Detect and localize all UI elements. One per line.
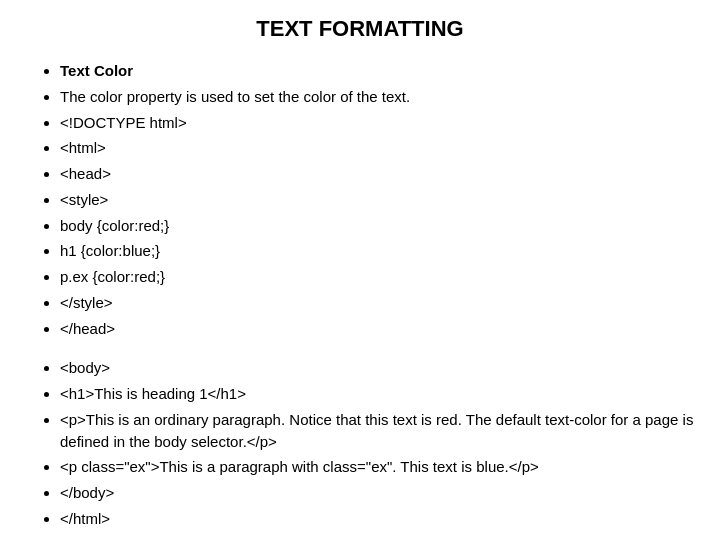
list-item: </html> — [60, 508, 700, 530]
list-item: <!DOCTYPE html> — [60, 112, 700, 134]
list-item: <h1>This is heading 1</h1> — [60, 383, 700, 405]
list-item: <style> — [60, 189, 700, 211]
page-title: TEXT FORMATTING — [20, 10, 700, 42]
list-item: p.ex {color:red;} — [60, 266, 700, 288]
list-item: <html> — [60, 137, 700, 159]
list-item: body {color:red;} — [60, 215, 700, 237]
section-1-list: Text ColorThe color property is used to … — [20, 60, 700, 339]
section-2-list: <body><h1>This is heading 1</h1><p>This … — [20, 357, 700, 529]
list-item: </body> — [60, 482, 700, 504]
list-item: Text Color — [60, 60, 700, 82]
list-item: <p>This is an ordinary paragraph. Notice… — [60, 409, 700, 453]
section-2: <body><h1>This is heading 1</h1><p>This … — [20, 357, 700, 529]
section-1: Text ColorThe color property is used to … — [20, 60, 700, 339]
list-item: <head> — [60, 163, 700, 185]
list-item: </style> — [60, 292, 700, 314]
list-item: <p class="ex">This is a paragraph with c… — [60, 456, 700, 478]
list-item: <body> — [60, 357, 700, 379]
list-item: h1 {color:blue;} — [60, 240, 700, 262]
list-item: </head> — [60, 318, 700, 340]
list-item: The color property is used to set the co… — [60, 86, 700, 108]
